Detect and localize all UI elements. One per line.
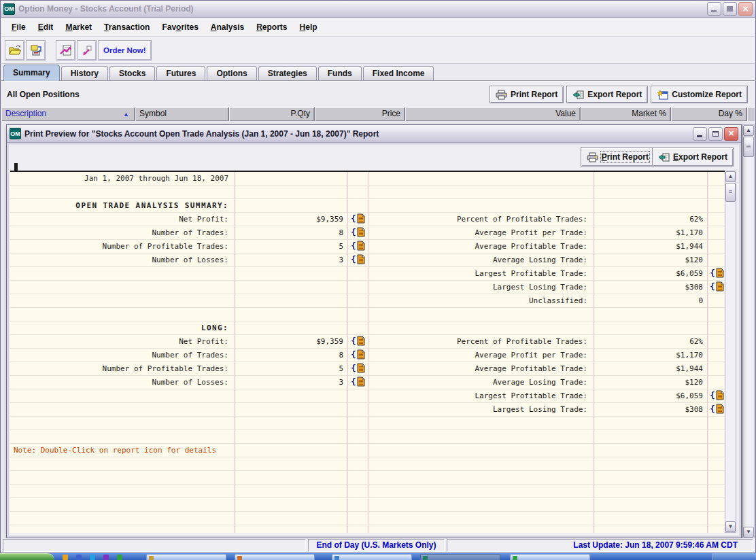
menu-edit[interactable]: Edit	[32, 18, 60, 36]
menu-file[interactable]: File	[5, 18, 32, 36]
order-now-button[interactable]: Order Now!	[98, 40, 152, 60]
report-label	[368, 457, 594, 471]
scroll-thumb[interactable]	[743, 137, 754, 157]
customize-report-button[interactable]: Customize Report	[651, 86, 748, 103]
tab-summary[interactable]: Summary	[3, 65, 60, 81]
preview-close-button[interactable]: ✕	[724, 127, 738, 141]
preview-scroll-up-button[interactable]: ▲	[725, 171, 736, 182]
task-button[interactable]	[146, 554, 226, 560]
report-value: 62%	[594, 213, 708, 226]
export-icon	[572, 90, 584, 100]
open-file-button[interactable]	[5, 40, 24, 60]
main-scrollbar[interactable]: ▲ ▼	[742, 124, 755, 538]
minimize-button[interactable]	[707, 2, 721, 16]
column-header-day[interactable]: Day %	[671, 107, 747, 121]
tab-options[interactable]: Options	[207, 66, 256, 80]
report-value	[235, 430, 348, 444]
report-label	[10, 498, 235, 512]
report-value	[235, 186, 348, 199]
column-header-value[interactable]: Value	[405, 107, 581, 121]
preview-print-report-button[interactable]: Print Report	[581, 147, 655, 167]
report-value	[235, 444, 348, 457]
close-button[interactable]: ✕	[738, 2, 753, 16]
report-icon-cell: {	[708, 281, 726, 294]
column-header-description[interactable]: Description▲	[1, 107, 135, 121]
preview-scroll-down-button[interactable]: ▼	[725, 521, 736, 532]
tab-stocks[interactable]: Stocks	[109, 66, 155, 80]
preview-export-label: Export Report	[673, 152, 727, 162]
report-label	[368, 485, 594, 498]
report-label	[10, 430, 235, 444]
import-button[interactable]	[26, 40, 46, 60]
report-detail-icon[interactable]: {	[351, 241, 365, 251]
quick-launch-icon[interactable]	[63, 555, 68, 560]
preview-scrollbar[interactable]: ▲ ▼	[725, 171, 736, 533]
task-button[interactable]	[332, 554, 412, 560]
scroll-up-button[interactable]: ▲	[743, 125, 754, 136]
tab-funds[interactable]: Funds	[318, 66, 362, 80]
quick-launch-icon[interactable]	[103, 555, 109, 560]
export-report-button[interactable]: Export Report	[566, 86, 648, 103]
report-icon-cell	[348, 172, 368, 186]
report-detail-icon[interactable]: {	[351, 349, 365, 360]
report-value: $1,170	[594, 226, 708, 240]
report-detail-icon[interactable]: {	[710, 268, 724, 278]
report-value: $6,059	[594, 389, 708, 403]
quick-launch-icon[interactable]	[90, 555, 95, 560]
column-header-market[interactable]: Market %	[581, 107, 671, 121]
report-label	[368, 471, 594, 485]
preview-export-report-button[interactable]: Export Report	[652, 147, 734, 167]
main-toolbar: Order Now!	[1, 37, 755, 64]
report-icon-cell	[708, 457, 726, 471]
status-market-mode: End of Day (U.S. Markets Only)	[308, 539, 445, 552]
menu-analysis[interactable]: Analysis	[205, 18, 250, 36]
import-icon	[29, 44, 43, 56]
column-header-filler	[747, 107, 755, 121]
task-button[interactable]	[235, 554, 315, 560]
column-header-price[interactable]: Price	[315, 107, 405, 121]
report-detail-icon[interactable]: {	[710, 404, 724, 414]
tab-strategies[interactable]: Strategies	[258, 66, 317, 80]
report-value	[594, 321, 708, 335]
report-detail-icon[interactable]: {	[351, 377, 365, 387]
report-document-icon	[716, 390, 724, 400]
tab-futures[interactable]: Futures	[156, 66, 205, 80]
task-button-active[interactable]	[420, 554, 500, 560]
report-icon-cell: {	[348, 240, 368, 253]
preview-maximize-button[interactable]	[708, 127, 723, 141]
quick-launch-icon[interactable]	[117, 555, 122, 560]
task-button[interactable]	[510, 554, 590, 560]
scroll-down-button[interactable]: ▼	[743, 527, 754, 538]
preview-scroll-thumb[interactable]	[725, 183, 736, 202]
column-header-symbol[interactable]: Symbol	[135, 107, 229, 121]
start-button[interactable]	[0, 553, 54, 560]
quick-launch-icon[interactable]	[76, 555, 82, 560]
report-value: 5	[235, 362, 348, 376]
menu-transaction[interactable]: Transaction	[98, 18, 156, 36]
menu-reports[interactable]: Reports	[250, 18, 293, 36]
column-header-p-qty[interactable]: P.Qty	[229, 107, 315, 121]
report-label	[10, 417, 235, 430]
tab-history[interactable]: History	[61, 66, 108, 80]
menu-market[interactable]: Market	[59, 18, 98, 36]
tab-fixed-income[interactable]: Fixed Income	[363, 66, 434, 80]
maximize-button[interactable]	[723, 2, 737, 16]
report-detail-icon[interactable]: {	[351, 227, 365, 237]
report-detail-icon[interactable]: {	[351, 254, 365, 264]
taskbar	[0, 553, 756, 560]
collapse-window-button[interactable]	[77, 40, 97, 60]
menu-favorites[interactable]: Favorites	[156, 18, 204, 36]
report-detail-icon[interactable]: {	[351, 336, 365, 346]
report-label: Average Losing Trade:	[368, 376, 594, 389]
report-document-icon	[357, 227, 365, 237]
report-detail-icon[interactable]: {	[710, 281, 724, 292]
print-report-button[interactable]: Print Report	[489, 86, 564, 103]
report-detail-icon[interactable]: {	[351, 213, 365, 224]
report-label: Net Profit:	[10, 335, 235, 349]
report-detail-icon[interactable]: {	[710, 390, 724, 400]
report-analysis-button[interactable]	[56, 40, 75, 60]
report-value	[235, 403, 348, 417]
report-detail-icon[interactable]: {	[351, 363, 365, 373]
preview-minimize-button[interactable]	[693, 127, 707, 141]
menu-help[interactable]: Help	[294, 18, 324, 36]
